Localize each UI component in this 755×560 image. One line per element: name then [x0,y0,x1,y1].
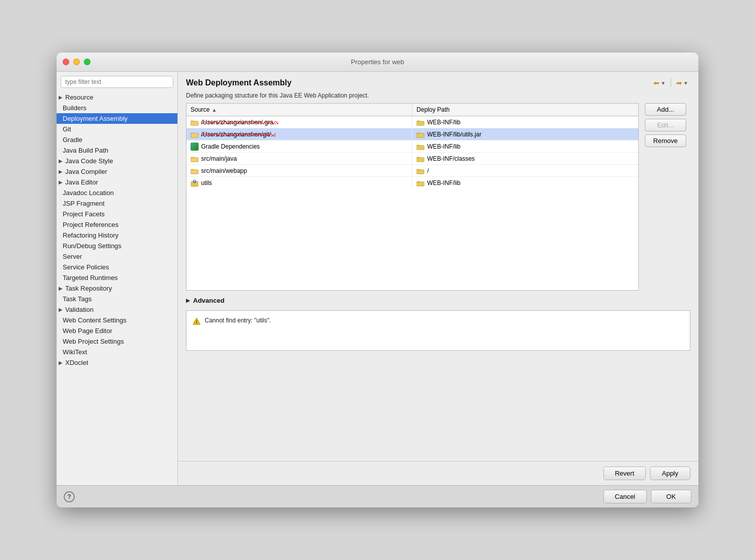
sidebar-item-web-content-settings[interactable]: Web Content Settings [57,315,177,325]
help-button[interactable]: ? [64,491,75,502]
source-cell: src/main/webapp [186,165,412,176]
source-text: /Users/zhangxianshen/git/... [201,131,276,138]
sidebar-item-gradle[interactable]: Gradle [57,134,177,145]
add-button[interactable]: Add... [645,103,686,116]
sidebar-item-java-build-path[interactable]: Java Build Path [57,145,177,156]
source-text: utils [201,179,212,186]
main-header: Web Deployment Assembly ⬅ ▼ ➡ ▼ [178,72,698,92]
apply-button[interactable]: Apply [650,466,690,480]
table-row[interactable]: /Users/zhangxianshen/git/... WEB-INF/lib… [186,128,638,141]
bottom-bar: Revert Apply [178,461,698,485]
source-text: /Users/zhangxianshen/.gra... [201,119,278,126]
properties-window: Properties for web ▶ResourceBuildersDepl… [57,53,698,507]
sidebar-item-project-facets[interactable]: Project Facets [57,209,177,219]
sidebar-item-builders[interactable]: Builders [57,103,177,113]
sidebar-item-git[interactable]: Git [57,124,177,134]
deploy-column-header: Deploy Path [412,104,638,116]
minimize-button[interactable] [73,59,80,65]
filter-input[interactable] [61,76,173,88]
nav-separator [671,79,671,87]
table-row[interactable]: src/main/webapp / [186,165,638,177]
maximize-button[interactable] [84,59,90,65]
deploy-text: WEB-INF/classes [427,155,475,162]
window-controls [63,59,90,65]
folder-icon [191,155,199,163]
forward-nav-button[interactable]: ➡ ▼ [674,78,690,88]
advanced-header[interactable]: ▶ Advanced [186,295,690,306]
sidebar-item-javadoc-location[interactable]: Javadoc Location [57,188,177,198]
source-cell: src/main/java [186,153,412,164]
remove-button[interactable]: Remove [645,134,686,147]
deploy-cell: WEB-INF/lib [412,117,638,128]
svg-rect-5 [191,158,198,162]
sidebar-item-jsp-fragment[interactable]: JSP Fragment [57,198,177,209]
table-with-buttons: Source ▲ Deploy Path /Users/zhangxianshe… [186,103,690,291]
sort-arrow-icon: ▲ [212,107,217,113]
table-empty-space [186,189,638,290]
sidebar-item-resource[interactable]: ▶Resource [57,92,177,103]
sidebar-item-task-repository[interactable]: ▶Task Repository [57,283,177,294]
svg-text:!: ! [196,319,198,324]
sidebar-item-java-editor[interactable]: ▶Java Editor [57,177,177,188]
deploy-folder-icon [416,179,424,187]
sidebar-item-project-references[interactable]: Project References [57,219,177,230]
page-title: Web Deployment Assembly [186,78,292,87]
title-bar: Properties for web [57,53,698,72]
folder-icon [191,130,199,138]
table-row[interactable]: /Users/zhangxianshen/.gra... WEB-INF/lib [186,116,638,128]
forward-dropdown-icon: ▼ [683,80,688,86]
source-cell: utils [186,177,412,189]
window-body: ▶ResourceBuildersDeployment AssemblyGitG… [57,72,698,485]
sidebar-item-label: Validation [65,306,93,313]
deploy-text: WEB-INF/lib/utils.jar [427,131,481,138]
sidebar: ▶ResourceBuildersDeployment AssemblyGitG… [57,72,178,485]
expand-arrow-icon: ▶ [59,360,63,365]
deploy-text: WEB-INF/lib [427,143,460,150]
sidebar-item-label: Run/Debug Settings [63,242,121,250]
source-text: Gradle Dependencies [201,143,260,150]
sidebar-item-label: Gradle [63,136,82,144]
sidebar-item-validation[interactable]: ▶Validation [57,304,177,315]
sidebar-item-web-page-editor[interactable]: Web Page Editor [57,325,177,336]
svg-rect-8 [417,170,424,174]
edit-button[interactable]: Edit... [645,119,686,131]
table-row[interactable]: Gradle Dependencies WEB-INF/lib [186,141,638,153]
sidebar-item-wikitext[interactable]: WikiText [57,347,177,357]
sidebar-item-label: Git [63,125,71,133]
sidebar-item-java-code-style[interactable]: ▶Java Code Style [57,156,177,166]
sidebar-item-deployment-assembly[interactable]: Deployment Assembly [57,113,177,124]
deploy-cell: WEB-INF/lib/utils.jar [412,129,638,140]
back-nav-button[interactable]: ⬅ ▼ [651,78,668,88]
expand-arrow-icon: ▶ [59,286,63,291]
cancel-button[interactable]: Cancel [603,490,647,503]
description: Define packaging structure for this Java… [178,92,698,103]
sidebar-item-label: Java Build Path [63,147,108,154]
sidebar-item-task-tags[interactable]: Task Tags [57,294,177,304]
sidebar-item-service-policies[interactable]: Service Policies [57,262,177,272]
sidebar-item-label: Web Project Settings [63,338,124,345]
table-row[interactable]: src/main/java WEB-INF/classes [186,153,638,165]
navigation-buttons: ⬅ ▼ ➡ ▼ [651,78,690,88]
deploy-text: WEB-INF/lib [427,179,460,186]
deploy-cell: WEB-INF/lib [412,177,638,189]
sidebar-item-xdoclet[interactable]: ▶XDoclet [57,357,177,368]
expand-arrow-icon: ▶ [59,95,63,100]
svg-rect-1 [417,121,424,125]
close-button[interactable] [63,59,69,65]
ok-button[interactable]: OK [651,490,691,503]
action-buttons: Add... Edit... Remove [641,103,690,291]
sidebar-item-run-debug-settings[interactable]: Run/Debug Settings [57,241,177,251]
revert-button[interactable]: Revert [603,466,646,480]
deploy-cell: WEB-INF/lib [412,141,638,152]
svg-rect-4 [417,146,424,150]
sidebar-item-label: Task Tags [63,295,92,303]
sidebar-item-label: XDoclet [65,359,88,366]
utils-icon [191,179,199,187]
sidebar-item-web-project-settings[interactable]: Web Project Settings [57,336,177,347]
window-footer: ? Cancel OK [57,485,698,507]
sidebar-item-server[interactable]: Server [57,251,177,262]
sidebar-item-java-compiler[interactable]: ▶Java Compiler [57,166,177,177]
sidebar-item-refactoring-history[interactable]: Refactoring History [57,230,177,241]
sidebar-item-targeted-runtimes[interactable]: Targeted Runtimes [57,272,177,283]
table-row[interactable]: utils WEB-INF/lib [186,177,638,189]
